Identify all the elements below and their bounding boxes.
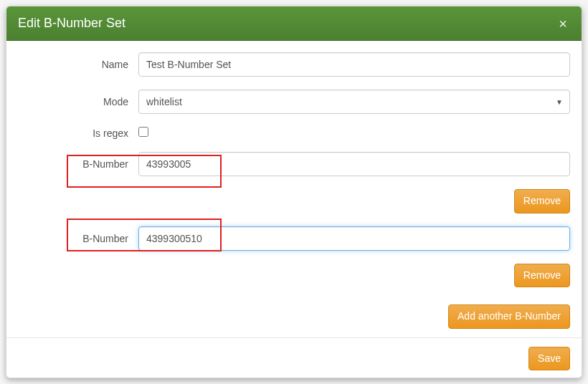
- edit-bnumber-set-modal: Edit B-Number Set × Name Mode whitelist …: [6, 6, 582, 378]
- remove-button-0[interactable]: Remove: [514, 189, 570, 213]
- name-label: Name: [18, 59, 138, 70]
- modal-footer: Save: [6, 337, 582, 378]
- save-button[interactable]: Save: [528, 347, 570, 371]
- modal-body: Name Mode whitelist ▼ Is regex B-Number: [6, 41, 582, 337]
- modal-title: Edit B-Number Set: [18, 16, 125, 31]
- modal-header: Edit B-Number Set ×: [6, 6, 582, 41]
- row-bnumber-1: B-Number: [18, 226, 570, 251]
- row-name: Name: [18, 52, 570, 77]
- row-isregex: Is regex: [18, 127, 570, 139]
- close-icon[interactable]: ×: [556, 14, 570, 34]
- bnumber-label: B-Number: [18, 158, 138, 170]
- row-mode: Mode whitelist ▼: [18, 90, 570, 114]
- name-input[interactable]: [138, 52, 570, 77]
- bnumber-input-1[interactable]: [138, 226, 570, 251]
- bnumber-input-0[interactable]: [138, 152, 570, 176]
- mode-select[interactable]: whitelist: [138, 90, 570, 114]
- row-remove-0: Remove: [18, 189, 570, 213]
- row-add: Add another B-Number: [18, 304, 570, 329]
- mode-label: Mode: [18, 96, 138, 107]
- isregex-checkbox[interactable]: [138, 127, 148, 137]
- remove-button-1[interactable]: Remove: [514, 264, 570, 288]
- add-another-bnumber-button[interactable]: Add another B-Number: [448, 304, 570, 329]
- row-remove-1: Remove: [18, 264, 570, 288]
- bnumber-label: B-Number: [18, 233, 138, 244]
- isregex-label: Is regex: [18, 128, 138, 139]
- row-bnumber-0: B-Number: [18, 152, 570, 176]
